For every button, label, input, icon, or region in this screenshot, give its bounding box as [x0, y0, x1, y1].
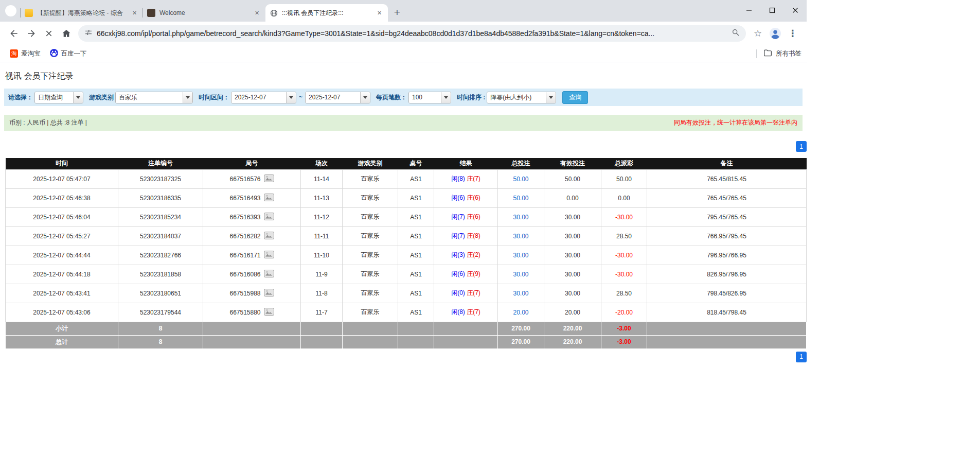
sort-dropdown-button[interactable]	[546, 92, 556, 103]
bookmarks-divider	[756, 49, 757, 58]
maximize-button[interactable]	[760, 0, 783, 21]
chevron-down-icon	[76, 96, 80, 99]
cell-result: 闲(8) 庄(7)	[434, 303, 498, 322]
result-banker: 庄(8)	[467, 232, 480, 239]
cell-valid-bet: 30.00	[544, 246, 601, 265]
result-banker: 庄(7)	[467, 175, 480, 182]
cell-time: 2025-12-07 05:43:06	[6, 303, 118, 322]
col-header-session: 场次	[301, 158, 343, 169]
round-video-icon[interactable]	[264, 232, 274, 241]
total-bet-link[interactable]: 30.00	[513, 290, 528, 297]
query-type-dropdown-button[interactable]	[73, 92, 83, 103]
bookmark-taobao[interactable]: 淘 爱淘宝	[5, 47, 45, 60]
address-bar[interactable]	[78, 25, 746, 42]
table-row: 2025-12-07 05:44:18523023181858667516086…	[6, 265, 807, 284]
window-controls	[737, 0, 807, 21]
stop-loading-button[interactable]	[40, 25, 58, 42]
tab-close-icon[interactable]: ✕	[375, 9, 384, 18]
date-from-input[interactable]	[231, 92, 286, 103]
total-bet-link[interactable]: 50.00	[513, 176, 528, 183]
total-bet-link[interactable]: 50.00	[513, 195, 528, 202]
page-number-button[interactable]: 1	[796, 352, 807, 362]
tab-close-icon[interactable]: ✕	[253, 9, 261, 18]
close-button[interactable]	[783, 0, 807, 21]
cell-session: 11-13	[301, 188, 343, 207]
cell-total-bet: 50.00	[498, 169, 544, 188]
page-size-combobox	[408, 92, 451, 103]
cell-game-type: 百家乐	[343, 226, 398, 246]
round-number: 667515880	[229, 309, 260, 316]
col-header-payout: 总派彩	[601, 158, 647, 169]
cell-bet-no: 523023185234	[118, 207, 203, 226]
total-bet-link[interactable]: 20.00	[513, 309, 528, 316]
tab-forum[interactable]: 【新提醒】海燕策略论坛 - 综合 ✕	[21, 4, 143, 22]
bookmark-baidu[interactable]: 百度一下	[45, 47, 92, 60]
game-type-input[interactable]	[116, 92, 183, 103]
forward-button[interactable]	[23, 25, 40, 42]
cell-table-no: AS1	[398, 265, 434, 284]
tab-welcome[interactable]: Welcome ✕	[143, 4, 265, 22]
tab-close-icon[interactable]: ✕	[130, 9, 139, 18]
site-settings-icon[interactable]	[84, 28, 93, 39]
back-button[interactable]	[5, 25, 23, 42]
round-video-icon[interactable]	[264, 289, 274, 298]
result-player: 闲(8)	[451, 175, 465, 182]
date-to-input[interactable]	[306, 92, 360, 103]
bookmark-label: 百度一下	[61, 49, 87, 58]
round-video-icon[interactable]	[264, 251, 274, 260]
all-bookmarks-label[interactable]: 所有书签	[776, 49, 801, 58]
url-input[interactable]	[97, 29, 727, 38]
date-to-dropdown-button[interactable]	[360, 92, 370, 103]
bookmark-star-icon[interactable]: ☆	[749, 25, 767, 42]
col-header-bet-no: 注单编号	[118, 158, 203, 169]
result-player: 闲(6)	[451, 270, 465, 277]
table-row: 2025-12-07 05:43:41523023180651667515988…	[6, 284, 807, 303]
round-video-icon[interactable]	[264, 175, 274, 184]
cell-time: 2025-12-07 05:44:18	[6, 265, 118, 284]
game-type-dropdown-button[interactable]	[183, 92, 192, 103]
tab-bet-record[interactable]: :::视讯 会员下注纪录::: ✕	[265, 4, 388, 22]
query-type-input[interactable]	[35, 92, 73, 103]
page-size-dropdown-button[interactable]	[441, 92, 451, 103]
profile-avatar[interactable]	[767, 25, 784, 42]
sort-input[interactable]	[487, 92, 546, 103]
result-player: 闲(7)	[451, 213, 465, 220]
minimize-button[interactable]	[737, 0, 760, 21]
cell-session: 11-9	[301, 265, 343, 284]
round-video-icon[interactable]	[264, 270, 274, 279]
chevron-down-icon	[549, 96, 553, 99]
cell-round-no: 667516393	[203, 207, 301, 226]
home-button[interactable]	[58, 25, 75, 42]
total-bet-link[interactable]: 30.00	[513, 271, 528, 278]
result-banker: 庄(2)	[467, 251, 480, 258]
cell-game-type: 百家乐	[343, 169, 398, 188]
cell-round-no: 667516171	[203, 246, 301, 265]
result-banker: 庄(6)	[467, 194, 480, 201]
result-banker: 庄(9)	[467, 270, 480, 277]
new-tab-button[interactable]: +	[390, 5, 404, 20]
browser-menu-button[interactable]: ⋮	[784, 25, 801, 42]
search-button[interactable]: 查询	[562, 91, 588, 104]
date-from-dropdown-button[interactable]	[286, 92, 296, 103]
tab-strip-circle-button[interactable]	[5, 5, 16, 16]
total-bet-link[interactable]: 30.00	[513, 252, 528, 259]
subtotal-payout: -3.00	[601, 322, 647, 335]
total-bet-link[interactable]: 30.00	[513, 214, 528, 221]
round-video-icon[interactable]	[264, 308, 274, 317]
cell-valid-bet: 20.00	[544, 303, 601, 322]
round-video-icon[interactable]	[264, 213, 274, 222]
cell-result: 闲(6) 庄(6)	[434, 188, 498, 207]
subtotal-count: 8	[118, 322, 203, 335]
cell-remark: 765.45/765.45	[647, 188, 807, 207]
page-size-input[interactable]	[409, 92, 441, 103]
page-number-button[interactable]: 1	[796, 141, 807, 152]
round-video-icon[interactable]	[264, 194, 274, 203]
subtotal-total-bet: 270.00	[498, 322, 544, 335]
cell-result: 闲(8) 庄(7)	[434, 169, 498, 188]
cell-game-type: 百家乐	[343, 188, 398, 207]
cell-total-bet: 20.00	[498, 303, 544, 322]
zoom-indicator-icon[interactable]	[732, 28, 740, 39]
total-bet-link[interactable]: 30.00	[513, 233, 528, 240]
cell-total-bet: 30.00	[498, 226, 544, 246]
result-player: 闲(7)	[451, 232, 465, 239]
